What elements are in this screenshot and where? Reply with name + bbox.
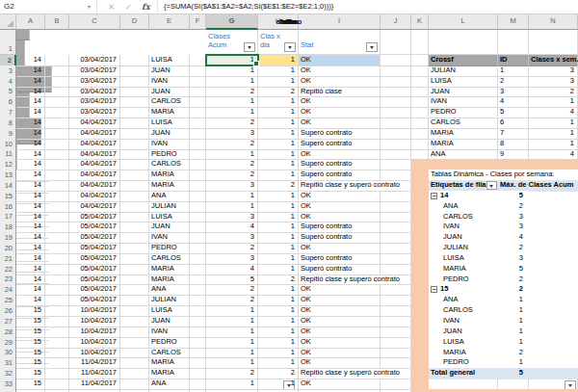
cell-N1[interactable] — [529, 30, 578, 55]
name-box-dropdown-icon[interactable]: ▾ — [88, 0, 91, 13]
filter-header-I: Stat — [299, 30, 381, 55]
fill-handle[interactable] — [253, 61, 259, 66]
name-box[interactable]: G2 ▾ — [0, 0, 97, 13]
spreadsheet-grid: ABCDEFGHIJKLMN1semdiafechahoraalumnoIDCl… — [0, 14, 578, 392]
insert-function-icon[interactable]: fx — [142, 0, 150, 13]
collapse-icon[interactable]: − — [431, 193, 437, 199]
filter-dropdown-icon[interactable] — [244, 42, 255, 52]
formula-input[interactable]: {=SUMA(SI($A$1:$A2=$A2;SI($E$1:$E2=$E2;1… — [164, 0, 333, 13]
selection-border[interactable] — [205, 54, 259, 66]
cancel-icon[interactable]: ✕ — [108, 0, 115, 13]
pivot-row-label-header-text: Etiquetas de fila — [431, 180, 486, 189]
filter-header-line2: dia — [260, 40, 270, 50]
cell-L1[interactable] — [429, 30, 498, 55]
cell-M1[interactable] — [498, 30, 529, 55]
filter-dropdown-icon[interactable] — [366, 42, 378, 52]
enter-icon[interactable]: ✓ — [125, 0, 132, 13]
formula-bar-divider — [157, 1, 158, 13]
cell-K1[interactable] — [411, 30, 429, 55]
pivot-group-label: 15 — [440, 284, 448, 293]
filter-dropdown-icon[interactable] — [284, 42, 296, 52]
excel-window: G2 ▾ ✕ ✓ fx {=SUMA(SI($A$1:$A2=$A2;SI($E… — [0, 0, 578, 392]
filter-header-line2: Acum — [208, 40, 226, 50]
row-header-1[interactable]: 1 — [0, 30, 16, 55]
filter-header-G: ClasesAcum — [206, 30, 258, 55]
pivot-group-label: 14 — [440, 191, 448, 199]
filter-header-H: Clas xdia — [258, 30, 299, 55]
filter-header-line2: Stat — [301, 40, 313, 50]
filter-header-label: ID — [0, 17, 578, 26]
name-box-value: G2 — [4, 0, 14, 13]
pivot-filter-dropdown-icon[interactable] — [486, 181, 497, 190]
formula-bar: G2 ▾ ✕ ✓ fx {=SUMA(SI($A$1:$A2=$A2;SI($E… — [0, 0, 578, 14]
cell-J1[interactable] — [381, 30, 411, 55]
collapse-icon[interactable]: − — [431, 286, 437, 293]
